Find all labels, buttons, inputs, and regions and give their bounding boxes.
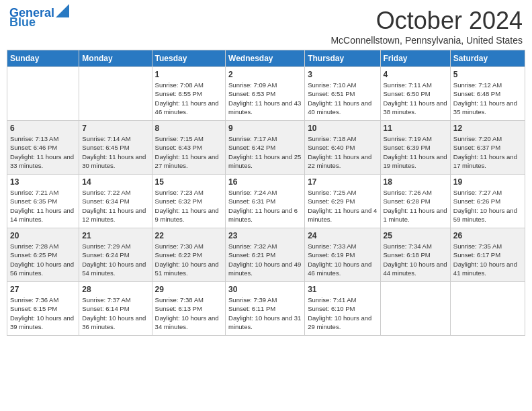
day-info: Sunrise: 7:08 AMSunset: 6:55 PMDaylight:… xyxy=(155,81,222,116)
calendar-cell: 13Sunrise: 7:21 AMSunset: 6:35 PMDayligh… xyxy=(7,175,79,228)
calendar-week-row: 1Sunrise: 7:08 AMSunset: 6:55 PMDaylight… xyxy=(7,67,525,121)
day-number: 2 xyxy=(228,70,302,79)
calendar-cell: 25Sunrise: 7:34 AMSunset: 6:18 PMDayligh… xyxy=(380,228,450,282)
day-number: 17 xyxy=(308,177,377,187)
day-number: 4 xyxy=(384,70,447,79)
calendar-cell: 9Sunrise: 7:17 AMSunset: 6:42 PMDaylight… xyxy=(226,121,305,175)
day-number: 9 xyxy=(228,124,302,133)
day-number: 16 xyxy=(228,177,302,187)
calendar-cell: 18Sunrise: 7:26 AMSunset: 6:28 PMDayligh… xyxy=(380,175,450,228)
day-info: Sunrise: 7:09 AMSunset: 6:53 PMDaylight:… xyxy=(228,81,302,116)
day-info: Sunrise: 7:18 AMSunset: 6:40 PMDaylight:… xyxy=(308,134,377,170)
calendar-table: SundayMondayTuesdayWednesdayThursdayFrid… xyxy=(7,50,525,336)
header-cell-tuesday: Tuesday xyxy=(152,50,225,67)
day-number: 27 xyxy=(10,285,76,294)
calendar-cell: 26Sunrise: 7:35 AMSunset: 6:17 PMDayligh… xyxy=(450,228,525,282)
calendar-cell: 20Sunrise: 7:28 AMSunset: 6:25 PMDayligh… xyxy=(7,228,79,282)
header-cell-monday: Monday xyxy=(79,50,152,67)
calendar-cell: 4Sunrise: 7:11 AMSunset: 6:50 PMDaylight… xyxy=(380,67,450,121)
calendar-cell: 3Sunrise: 7:10 AMSunset: 6:51 PMDaylight… xyxy=(305,67,380,121)
logo-icon xyxy=(56,4,69,17)
calendar-cell: 6Sunrise: 7:13 AMSunset: 6:46 PMDaylight… xyxy=(7,121,79,175)
calendar-cell: 23Sunrise: 7:32 AMSunset: 6:21 PMDayligh… xyxy=(226,228,305,282)
day-info: Sunrise: 7:12 AMSunset: 6:48 PMDaylight:… xyxy=(453,81,522,116)
calendar-week-row: 6Sunrise: 7:13 AMSunset: 6:46 PMDaylight… xyxy=(7,121,525,175)
day-info: Sunrise: 7:38 AMSunset: 6:13 PMDaylight:… xyxy=(155,295,222,331)
day-info: Sunrise: 7:33 AMSunset: 6:19 PMDaylight:… xyxy=(308,242,377,277)
day-info: Sunrise: 7:29 AMSunset: 6:24 PMDaylight:… xyxy=(82,242,148,277)
day-info: Sunrise: 7:19 AMSunset: 6:39 PMDaylight:… xyxy=(384,134,447,170)
day-number: 21 xyxy=(82,231,148,240)
calendar-cell: 21Sunrise: 7:29 AMSunset: 6:24 PMDayligh… xyxy=(79,228,152,282)
calendar-cell: 5Sunrise: 7:12 AMSunset: 6:48 PMDaylight… xyxy=(450,67,525,121)
calendar-cell: 24Sunrise: 7:33 AMSunset: 6:19 PMDayligh… xyxy=(305,228,380,282)
calendar-cell: 16Sunrise: 7:24 AMSunset: 6:31 PMDayligh… xyxy=(226,175,305,228)
calendar-cell: 17Sunrise: 7:25 AMSunset: 6:29 PMDayligh… xyxy=(305,175,380,228)
logo-blue-text: Blue xyxy=(9,15,36,29)
calendar-cell: 10Sunrise: 7:18 AMSunset: 6:40 PMDayligh… xyxy=(305,121,380,175)
day-number: 8 xyxy=(155,124,222,133)
day-number: 19 xyxy=(453,177,522,187)
location: McConnellstown, Pennsylvania, United Sta… xyxy=(330,35,523,46)
day-info: Sunrise: 7:13 AMSunset: 6:46 PMDaylight:… xyxy=(10,134,76,170)
day-number: 6 xyxy=(10,124,76,133)
calendar-cell: 28Sunrise: 7:37 AMSunset: 6:14 PMDayligh… xyxy=(79,282,152,336)
day-number: 22 xyxy=(155,231,222,240)
day-number: 11 xyxy=(384,124,447,133)
day-number: 23 xyxy=(228,231,302,240)
day-info: Sunrise: 7:17 AMSunset: 6:42 PMDaylight:… xyxy=(228,134,302,170)
calendar-cell: 29Sunrise: 7:38 AMSunset: 6:13 PMDayligh… xyxy=(152,282,225,336)
day-info: Sunrise: 7:10 AMSunset: 6:51 PMDaylight:… xyxy=(308,81,377,116)
day-number: 3 xyxy=(308,70,377,79)
calendar-cell xyxy=(380,282,450,336)
day-info: Sunrise: 7:11 AMSunset: 6:50 PMDaylight:… xyxy=(384,81,447,116)
day-number: 15 xyxy=(155,177,222,187)
day-info: Sunrise: 7:25 AMSunset: 6:29 PMDaylight:… xyxy=(308,188,377,224)
calendar-week-row: 13Sunrise: 7:21 AMSunset: 6:35 PMDayligh… xyxy=(7,175,525,228)
calendar-cell: 1Sunrise: 7:08 AMSunset: 6:55 PMDaylight… xyxy=(152,67,225,121)
day-info: Sunrise: 7:27 AMSunset: 6:26 PMDaylight:… xyxy=(453,188,522,224)
calendar-cell: 27Sunrise: 7:36 AMSunset: 6:15 PMDayligh… xyxy=(7,282,79,336)
day-number: 31 xyxy=(308,285,377,294)
day-number: 20 xyxy=(10,231,76,240)
day-number: 5 xyxy=(453,70,522,79)
day-info: Sunrise: 7:15 AMSunset: 6:43 PMDaylight:… xyxy=(155,134,222,170)
day-info: Sunrise: 7:39 AMSunset: 6:11 PMDaylight:… xyxy=(228,295,302,331)
day-info: Sunrise: 7:32 AMSunset: 6:21 PMDaylight:… xyxy=(228,242,302,277)
header-cell-sunday: Sunday xyxy=(7,50,79,67)
svg-marker-0 xyxy=(56,4,69,17)
calendar-cell: 15Sunrise: 7:23 AMSunset: 6:32 PMDayligh… xyxy=(152,175,225,228)
header-cell-saturday: Saturday xyxy=(450,50,525,67)
calendar-cell: 30Sunrise: 7:39 AMSunset: 6:11 PMDayligh… xyxy=(226,282,305,336)
day-info: Sunrise: 7:30 AMSunset: 6:22 PMDaylight:… xyxy=(155,242,222,277)
calendar-cell: 12Sunrise: 7:20 AMSunset: 6:37 PMDayligh… xyxy=(450,121,525,175)
calendar-cell xyxy=(79,67,152,121)
day-info: Sunrise: 7:36 AMSunset: 6:15 PMDaylight:… xyxy=(10,295,76,331)
day-number: 25 xyxy=(384,231,447,240)
day-number: 30 xyxy=(228,285,302,294)
day-number: 7 xyxy=(82,124,148,133)
day-info: Sunrise: 7:34 AMSunset: 6:18 PMDaylight:… xyxy=(384,242,447,277)
day-number: 12 xyxy=(453,124,522,133)
day-info: Sunrise: 7:28 AMSunset: 6:25 PMDaylight:… xyxy=(10,242,76,277)
header-cell-thursday: Thursday xyxy=(305,50,380,67)
day-number: 1 xyxy=(155,70,222,79)
calendar-cell xyxy=(7,67,79,121)
day-info: Sunrise: 7:37 AMSunset: 6:14 PMDaylight:… xyxy=(82,295,148,331)
header-cell-wednesday: Wednesday xyxy=(226,50,305,67)
day-info: Sunrise: 7:14 AMSunset: 6:45 PMDaylight:… xyxy=(82,134,148,170)
day-number: 13 xyxy=(10,177,76,187)
calendar-week-row: 20Sunrise: 7:28 AMSunset: 6:25 PMDayligh… xyxy=(7,228,525,282)
calendar-cell xyxy=(450,282,525,336)
day-info: Sunrise: 7:26 AMSunset: 6:28 PMDaylight:… xyxy=(384,188,447,224)
day-info: Sunrise: 7:20 AMSunset: 6:37 PMDaylight:… xyxy=(453,134,522,170)
day-number: 10 xyxy=(308,124,377,133)
day-info: Sunrise: 7:23 AMSunset: 6:32 PMDaylight:… xyxy=(155,188,222,224)
calendar-week-row: 27Sunrise: 7:36 AMSunset: 6:15 PMDayligh… xyxy=(7,282,525,336)
calendar-cell: 7Sunrise: 7:14 AMSunset: 6:45 PMDaylight… xyxy=(79,121,152,175)
day-number: 29 xyxy=(155,285,222,294)
day-number: 26 xyxy=(453,231,522,240)
day-info: Sunrise: 7:22 AMSunset: 6:34 PMDaylight:… xyxy=(82,188,148,224)
calendar-body: 1Sunrise: 7:08 AMSunset: 6:55 PMDaylight… xyxy=(7,67,525,336)
calendar-cell: 2Sunrise: 7:09 AMSunset: 6:53 PMDaylight… xyxy=(226,67,305,121)
